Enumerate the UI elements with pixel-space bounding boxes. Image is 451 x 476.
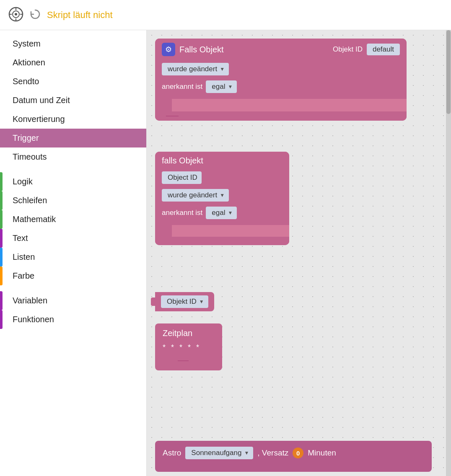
versatz-value: 0 [293, 448, 303, 458]
block-objekt-id-small[interactable]: Objekt ID ▼ [151, 292, 214, 311]
block3-arrow: ▼ [199, 299, 204, 305]
block1-default-badge: default [367, 44, 400, 55]
sidebar-item-sendto[interactable]: Sendto [0, 72, 146, 91]
block2-dropdown1[interactable]: wurde geändert ▼ [162, 189, 229, 202]
sidebar-item-konvertierung[interactable]: Konvertierung [0, 110, 146, 129]
sidebar-item-mathematik[interactable]: Mathematik [0, 210, 146, 229]
sidebar-item-schleifen[interactable]: Schleifen [0, 191, 146, 210]
svg-point-2 [15, 13, 17, 16]
sidebar-item-timeouts[interactable]: Timeouts [0, 147, 146, 166]
header: Skript läuft nicht [0, 0, 451, 30]
sidebar-item-farbe[interactable]: Farbe [0, 266, 146, 285]
sidebar-item-system[interactable]: System [0, 34, 146, 53]
scrollbar[interactable] [446, 30, 451, 476]
block-falls-objekt-1[interactable]: ⚙ Falls Objekt Objekt ID default wurde g… [155, 39, 407, 121]
sidebar-item-text[interactable]: Text [0, 229, 146, 248]
block-zeitplan[interactable]: Zeitplan * * * * * [155, 323, 222, 370]
target-icon [8, 7, 23, 23]
block2-dropdown2[interactable]: egal ▼ [206, 207, 237, 219]
sidebar-item-listen[interactable]: Listen [0, 248, 146, 266]
block-falls-objekt-2[interactable]: falls Objekt Object ID wurde geändert ▼ [155, 152, 289, 245]
minuten-label: Minuten [308, 448, 336, 458]
block2-object-id[interactable]: Object ID [162, 171, 202, 184]
header-title: Skript läuft nicht [47, 10, 113, 21]
block1-anerkannt-label: anerkannt ist [162, 83, 202, 91]
sidebar-item-funktionen[interactable]: Funktionen [0, 310, 146, 329]
block1-objekt-id-label: Objekt ID [333, 45, 363, 54]
zeitplan-stars: * * * * * [155, 341, 222, 357]
sidebar-item-logik[interactable]: Logik [0, 172, 146, 191]
block-astro[interactable]: Astro Sonnenaufgang ▼ , Versatz 0 Minute… [155, 441, 432, 472]
block1-dropdown2[interactable]: egal ▼ [206, 80, 237, 93]
main-layout: System Aktionen Sendto Datum und Zeit Ko… [0, 30, 451, 476]
block1-title: Falls Objekt [179, 45, 224, 54]
dropdown1-arrow: ▼ [220, 66, 225, 72]
dropdown2-arrow: ▼ [228, 84, 233, 90]
sidebar-item-datum-und-zeit[interactable]: Datum und Zeit [0, 91, 146, 110]
astro-dropdown-arrow: ▼ [244, 450, 249, 456]
astro-dropdown[interactable]: Sonnenaufgang ▼ [185, 447, 253, 459]
gear-icon: ⚙ [162, 43, 175, 56]
zeitplan-title: Zeitplan [155, 323, 222, 341]
block1-dropdown1[interactable]: wurde geändert ▼ [162, 63, 229, 75]
refresh-icon[interactable] [29, 8, 41, 22]
block2-anerkannt-label: anerkannt ist [162, 209, 202, 217]
sidebar-item-variablen[interactable]: Variablen [0, 291, 146, 310]
canvas-area: ⚙ Falls Objekt Objekt ID default wurde g… [147, 30, 451, 476]
block2-dropdown2-arrow: ▼ [228, 210, 233, 216]
sidebar-item-trigger[interactable]: Trigger [0, 129, 146, 147]
astro-label: Astro [163, 448, 181, 458]
sidebar: System Aktionen Sendto Datum und Zeit Ko… [0, 30, 147, 476]
block3-objekt-id[interactable]: Objekt ID ▼ [161, 295, 208, 308]
astro-versatz-label: , Versatz [257, 448, 288, 458]
block2-dropdown1-arrow: ▼ [220, 192, 225, 198]
sidebar-item-aktionen[interactable]: Aktionen [0, 53, 146, 72]
block2-title: falls Objekt [162, 156, 203, 166]
scrollbar-thumb[interactable] [446, 30, 451, 114]
